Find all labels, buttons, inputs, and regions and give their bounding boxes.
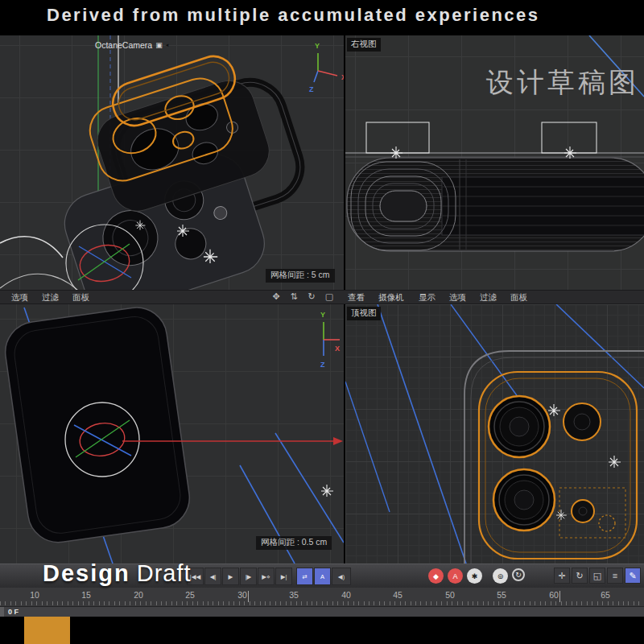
perspective-canvas: Y Z X	[0, 35, 344, 290]
record-keyframe-button[interactable]: ◆	[428, 568, 444, 584]
autokeying-button[interactable]: A	[448, 568, 463, 584]
guide-line-blue	[345, 382, 390, 512]
menu-filter[interactable]: 过滤	[480, 292, 497, 303]
case-silhouette-curve	[0, 274, 85, 290]
loop-toggle-button[interactable]: ⇄	[296, 568, 313, 585]
ruler-tick-label: 25	[185, 590, 195, 600]
footer-strip	[0, 617, 644, 644]
sparkle-mark	[609, 456, 621, 468]
viewport-right-view[interactable]: 右视图 设计草稿图	[345, 35, 644, 290]
phone-case-front	[2, 304, 193, 547]
right-view-label-text: 右视图	[351, 39, 377, 48]
header-title: Derived from multiple accumulated experi…	[47, 5, 540, 26]
ruler-tick-label: 20	[134, 590, 143, 600]
top-view-label-text: 顶视图	[351, 308, 377, 317]
mic-dotted-circle	[599, 515, 615, 531]
play-button[interactable]: ▶	[222, 568, 239, 585]
next-frame-button[interactable]: |▶	[240, 568, 257, 585]
viewport-menubar: 选项 过滤 面板 ✥ ⇅ ↻ ▢ 查看 摄像机 显示 选项 过滤 面板	[0, 290, 644, 304]
flash-circle	[572, 500, 594, 522]
case-silhouette-curve	[0, 237, 63, 258]
ruler-tick-label: 50	[445, 590, 455, 600]
axis-y-label: Y	[315, 42, 320, 50]
timeline-ruler[interactable]: 10 15 20 25 30 35 40 45 50 55 60 65	[0, 588, 644, 606]
header-banner: Derived from multiple accumulated experi…	[0, 0, 644, 35]
lens-top-right	[564, 403, 601, 440]
key-rotation-button[interactable]: ↻	[512, 568, 525, 581]
menu-options-left[interactable]: 选项	[11, 292, 28, 303]
app-window: Derived from multiple accumulated experi…	[0, 0, 644, 644]
autokey-mode-button[interactable]: A	[314, 568, 331, 585]
draft-watermark-cn: 设计草稿图	[486, 64, 639, 101]
orange-accent-block	[24, 617, 70, 644]
ruler-tick-label: 60	[549, 590, 559, 600]
menu-display[interactable]: 显示	[419, 292, 436, 303]
menu-panel[interactable]: 面板	[510, 292, 527, 303]
go-to-end-button[interactable]: ▶|	[275, 568, 292, 585]
viewport-nav-icons: ✥ ⇅ ↻ ▢	[270, 291, 335, 302]
menu-panel-left[interactable]: 面板	[72, 292, 89, 303]
key-object-button[interactable]: ⊚	[493, 568, 508, 584]
ruler-marker	[559, 591, 560, 602]
ruler-tick-label: 35	[289, 590, 299, 600]
keyframe-options-button[interactable]: ✱	[467, 568, 482, 584]
view-axis-gizmo: Y Z X	[320, 311, 340, 369]
ruler-tick-label: 45	[393, 590, 402, 600]
current-frame-row[interactable]: 0 F	[0, 606, 644, 617]
camera-icon[interactable]: ▣	[155, 41, 163, 49]
viewport-top-view[interactable]: 顶视图	[345, 304, 644, 564]
ruler-tick-label: 55	[497, 590, 506, 600]
loop-autokey-group: ⇄ A ◀)	[296, 568, 351, 585]
menu-options[interactable]: 选项	[449, 292, 466, 303]
grid-spacing-badge: 网格间距 : 5 cm	[266, 269, 335, 283]
sparkle-mark	[321, 485, 333, 497]
axis-x-label: X	[341, 73, 344, 81]
grid-spacing-text: 网格间距 : 5 cm	[270, 270, 330, 279]
record-group: ◆ A ✱	[427, 568, 484, 584]
orbit-icon[interactable]: ↻	[306, 291, 317, 302]
sparkle-mark	[548, 404, 560, 416]
viewport-perspective[interactable]: Y Z X OctaneCamera ▣ ◂ 网格间距 : 5 cm	[0, 35, 344, 290]
key-position-toggle[interactable]: ✛	[554, 568, 570, 584]
camera-caret-icon: ◂	[166, 42, 169, 48]
ruler-tick-label: 30	[237, 590, 247, 600]
previous-key-button[interactable]: ◀|	[204, 568, 221, 585]
lens-bottom	[493, 469, 555, 530]
key-rotation-toggle[interactable]: ↻	[572, 568, 588, 584]
playhead-frame-label: 0 F	[8, 608, 19, 616]
camera-label-bar[interactable]: OctaneCamera ▣ ◂	[95, 40, 168, 50]
design-word: Design	[43, 560, 130, 586]
viewport-label[interactable]: 右视图	[347, 38, 381, 52]
next-key-button[interactable]: ▶⋄	[258, 568, 275, 585]
grid-spacing-badge: 网格间距 : 0.5 cm	[256, 536, 332, 550]
ruler-tick-label: 10	[30, 590, 39, 600]
maximize-icon[interactable]: ▢	[324, 291, 335, 302]
ruler-marker	[248, 591, 249, 602]
front-view-canvas: Y Z X	[0, 304, 344, 564]
key-selection-group: ⊚ ↻	[491, 568, 526, 584]
ruler-tick-strip	[0, 601, 644, 605]
grid-spacing-text: 网格间距 : 0.5 cm	[261, 537, 327, 547]
viewport-front-view[interactable]: Y Z X 网格间距 : 0.5 cm	[0, 304, 344, 564]
camera-name[interactable]: OctaneCamera	[95, 40, 152, 50]
menu-camera[interactable]: 摄像机	[378, 292, 404, 303]
sound-toggle-button[interactable]: ◀)	[332, 568, 351, 585]
axis-z-label: Z	[320, 361, 325, 369]
transport-controls: |◀◀ ◀| ▶ |▶ ▶⋄ ▶|	[187, 568, 292, 585]
dolly-icon[interactable]: ⇅	[288, 291, 299, 302]
guide-line-blue	[378, 304, 466, 564]
menu-filter-left[interactable]: 过滤	[42, 292, 59, 303]
view-axis-gizmo: Y Z X	[309, 42, 344, 93]
viewport-label[interactable]: 顶视图	[347, 307, 381, 320]
axis-z-label: Z	[309, 85, 314, 93]
menu-view[interactable]: 查看	[348, 292, 365, 303]
pan-icon[interactable]: ✥	[270, 291, 282, 302]
design-draft-watermark: DesignDraft	[43, 560, 192, 587]
key-parameter-toggle[interactable]: ≡	[607, 568, 623, 584]
key-pla-toggle[interactable]: ✎	[625, 568, 641, 584]
key-scale-toggle[interactable]: ◱	[589, 568, 605, 584]
key-channel-group: ✛ ↻ ◱ ≡ ✎	[554, 568, 641, 584]
ruler-tick-label: 40	[341, 590, 351, 600]
lens-top-left	[489, 396, 550, 457]
axis-y-label: Y	[320, 311, 325, 319]
